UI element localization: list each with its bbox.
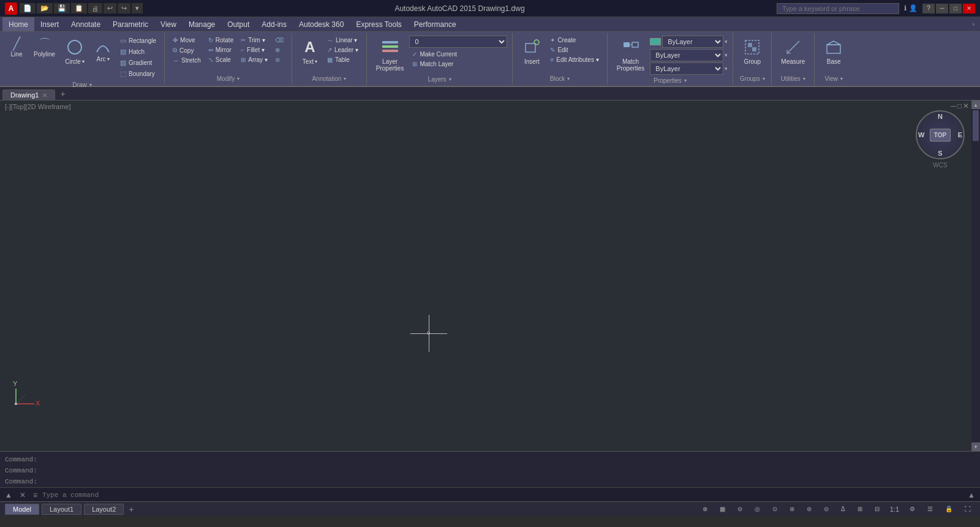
tab-drawing1-close[interactable]: ✕ (42, 92, 47, 99)
table-button[interactable]: ▦ Table (324, 55, 361, 64)
edit-button[interactable]: ✎Edit (547, 45, 601, 55)
array-button[interactable]: ⊞Array ▾ (238, 55, 271, 64)
menu-express[interactable]: Express Tools (350, 17, 407, 31)
boundary-button[interactable]: ⬚Boundary (117, 69, 159, 79)
viewport-close[interactable]: ✕ (963, 102, 969, 110)
info-icon[interactable]: ℹ (904, 4, 907, 12)
viewport-minimize[interactable]: ─ (951, 102, 956, 110)
fillet-button[interactable]: ⌐Fillet ▾ (238, 45, 271, 55)
scale-button[interactable]: ⤡Scale (205, 55, 236, 64)
new-layout-button[interactable]: + (126, 504, 136, 514)
workspace-button[interactable]: ☰ (923, 504, 937, 514)
stretch-button[interactable]: ↔Stretch (170, 56, 204, 65)
scroll-down-button[interactable]: ▼ (971, 442, 980, 451)
draw-group-label[interactable]: Draw ▾ (72, 80, 91, 89)
text-button[interactable]: A Text▾ (297, 36, 323, 67)
ortho-button[interactable]: ⊖ (733, 504, 747, 514)
drawing-canvas[interactable] (0, 100, 980, 451)
polar-button[interactable]: ◎ (750, 504, 764, 514)
menu-insert[interactable]: Insert (34, 17, 65, 31)
vertical-scrollbar[interactable]: ▲ ▼ (971, 100, 980, 451)
erase-button[interactable]: ⌫ (272, 36, 287, 45)
menu-performance[interactable]: Performance (408, 17, 462, 31)
lineweight-dropdown-arrow[interactable]: ▾ (725, 66, 728, 72)
command-customize-button[interactable]: ≡ (31, 491, 40, 499)
insert-button[interactable]: Insert (518, 36, 546, 67)
menu-home[interactable]: Home (2, 17, 34, 31)
lw-button[interactable]: Δ (837, 504, 850, 514)
copy-button[interactable]: ⧉Copy (170, 45, 204, 55)
new-button[interactable]: 📄 (20, 3, 36, 13)
minimize-button[interactable]: ─ (936, 4, 948, 13)
annotation-group-label[interactable]: Annotation ▾ (312, 74, 346, 83)
tp-button[interactable]: ⊞ (853, 504, 867, 514)
model-tab[interactable]: Model (5, 504, 39, 515)
tab-drawing1[interactable]: Drawing1 ✕ (2, 89, 55, 100)
circle-button[interactable]: Circle ▾ (61, 36, 89, 67)
menu-output[interactable]: Output (221, 17, 255, 31)
compass-center[interactable]: TOP (930, 129, 951, 142)
scroll-up-button[interactable]: ▲ (971, 100, 980, 109)
maximize-button[interactable]: □ (949, 4, 962, 13)
help-button[interactable]: ? (922, 4, 935, 13)
match-properties-button[interactable]: MatchProperties (612, 36, 649, 74)
rotate-button[interactable]: ↻Rotate (205, 36, 236, 45)
search-input[interactable] (777, 3, 899, 14)
menu-autodesk360[interactable]: Autodesk 360 (293, 17, 350, 31)
save-as-button[interactable]: 📋 (71, 3, 87, 13)
edit-attributes-button[interactable]: ≡Edit Attributes ▾ (547, 55, 601, 64)
open-button[interactable]: 📂 (37, 3, 53, 13)
base-button[interactable]: Base (820, 36, 848, 67)
menu-parametric[interactable]: Parametric (107, 17, 154, 31)
close-button[interactable]: ✕ (963, 4, 975, 13)
customize-button[interactable]: ▾ (132, 3, 143, 13)
explode-button[interactable]: ⊗ (272, 45, 287, 55)
layer-properties-button[interactable]: LayerProperties (372, 36, 409, 74)
command-expand-button[interactable]: ▲ (2, 491, 15, 499)
menu-manage[interactable]: Manage (183, 17, 221, 31)
user-icon[interactable]: 👤 (909, 4, 918, 12)
polyline-button[interactable]: ⌒ Polyline (29, 36, 59, 59)
model-button[interactable]: ⊟ (870, 504, 884, 514)
mirror-button[interactable]: ⇔Mirror (205, 45, 236, 55)
match-layer-button[interactable]: ⊞Match Layer (409, 59, 507, 69)
new-tab-button[interactable]: + (55, 88, 70, 100)
otrack-button[interactable]: ⊛ (785, 504, 799, 514)
color-dropdown[interactable]: ByLayer (662, 36, 723, 48)
layer-dropdown[interactable]: 0 (409, 36, 507, 48)
modify-group-label[interactable]: Modify ▾ (217, 74, 239, 83)
groups-group-label[interactable]: Groups ▾ (740, 74, 765, 83)
offset-button[interactable]: ⊜ (272, 55, 287, 64)
linear-button[interactable]: ↔ Linear ▾ (324, 36, 361, 45)
create-button[interactable]: ✦Create (547, 36, 601, 45)
linetype-dropdown-arrow[interactable]: ▾ (725, 52, 728, 58)
osnap-button[interactable]: ⊙ (768, 504, 782, 514)
rectangle-button[interactable]: ▭Rectangle (117, 36, 159, 46)
command-scroll-up[interactable]: ▲ (965, 491, 978, 499)
print-button[interactable]: 🖨 (88, 3, 102, 13)
menu-annotate[interactable]: Annotate (65, 17, 107, 31)
scroll-thumb[interactable] (973, 110, 979, 141)
color-dropdown-arrow[interactable]: ▾ (725, 39, 728, 45)
utilities-group-label[interactable]: Utilities ▾ (781, 74, 805, 83)
view-group-label[interactable]: View ▾ (824, 74, 843, 83)
block-group-label[interactable]: Block ▾ (550, 74, 570, 83)
move-button[interactable]: ✥Move (170, 36, 204, 45)
group-button[interactable]: Group (738, 36, 766, 67)
grid-button[interactable]: ▦ (715, 504, 729, 514)
menu-addins[interactable]: Add-ins (255, 17, 293, 31)
viewport-restore[interactable]: □ (957, 102, 962, 110)
leader-button[interactable]: ↗ Leader ▾ (324, 45, 361, 55)
snap-button[interactable]: ⊕ (698, 504, 712, 514)
redo-button[interactable]: ↪ (118, 3, 130, 13)
layers-group-label[interactable]: Layers ▾ (428, 75, 451, 84)
properties-group-label[interactable]: Properties ▾ (654, 76, 687, 85)
fullscreen-button[interactable]: ⛶ (960, 504, 975, 514)
make-current-button[interactable]: ✓Make Current (409, 50, 507, 59)
lock-button[interactable]: 🔒 (941, 504, 957, 514)
arc-button[interactable]: Arc ▾ (90, 36, 116, 64)
dynmode-button[interactable]: ⊝ (820, 504, 833, 514)
layout1-tab[interactable]: Layout1 (42, 504, 81, 515)
dynucs-button[interactable]: ⊜ (802, 504, 816, 514)
undo-button[interactable]: ↩ (104, 3, 116, 13)
